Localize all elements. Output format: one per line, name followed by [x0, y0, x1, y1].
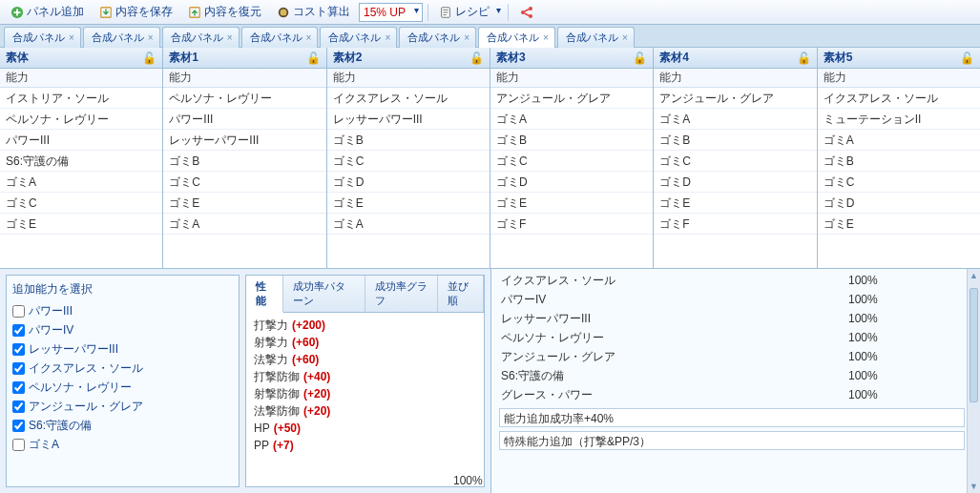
slot-row[interactable]: ゴミB — [490, 130, 653, 151]
slot-row[interactable]: ゴミA — [818, 130, 980, 151]
mini-tab[interactable]: 成功率グラフ — [365, 276, 438, 312]
mini-tab[interactable]: 成功率パターン — [283, 276, 365, 312]
slot-row[interactable]: ゴミA — [654, 109, 816, 130]
tab-synthesis-panel[interactable]: 合成パネル× — [478, 27, 555, 48]
slot-row[interactable]: ゴミE — [490, 193, 653, 214]
slot-row[interactable]: レッサーパワーIII — [163, 130, 325, 151]
slot-row[interactable]: ゴミE — [818, 214, 980, 235]
picker-item[interactable]: イクスアレス・ソール — [10, 359, 235, 378]
slot-row[interactable]: ペルソナ・レヴリー — [0, 109, 162, 130]
slot-row[interactable]: ゴミD — [490, 172, 653, 193]
picker-checkbox[interactable] — [12, 324, 25, 337]
stat-line: PP(+7) — [254, 437, 476, 454]
close-icon[interactable]: × — [227, 32, 233, 43]
slot-row[interactable]: ゴミE — [327, 193, 490, 214]
slot-row[interactable]: ゴミC — [818, 172, 980, 193]
slot-row[interactable]: ゴミB — [654, 130, 816, 151]
picker-checkbox[interactable] — [12, 381, 25, 394]
share-icon — [519, 5, 534, 20]
success-rate-select[interactable]: 15% UP — [359, 3, 423, 22]
picker-checkbox[interactable] — [12, 362, 25, 375]
close-icon[interactable]: × — [464, 32, 469, 43]
close-icon[interactable]: × — [622, 32, 628, 43]
slot-row[interactable]: ゴミD — [818, 193, 980, 214]
slot-row[interactable]: パワーIII — [0, 130, 162, 151]
tab-synthesis-panel[interactable]: 合成パネル× — [4, 27, 81, 48]
picker-checkbox[interactable] — [12, 439, 25, 451]
slot-row[interactable]: パワーIII — [163, 109, 325, 130]
close-icon[interactable]: × — [385, 32, 390, 43]
slot-row[interactable]: レッサーパワーIII — [327, 109, 490, 130]
slot-row[interactable]: イストリア・ソール — [0, 88, 162, 109]
share-button[interactable] — [513, 4, 540, 21]
scrollbar[interactable] — [967, 269, 980, 493]
tab-synthesis-panel[interactable]: 合成パネル× — [557, 27, 635, 48]
slot-row[interactable]: ゴミE — [0, 214, 162, 235]
slot-row[interactable]: ゴミB — [163, 151, 325, 172]
picker-item[interactable]: S6:守護の備 — [10, 416, 235, 435]
lock-icon[interactable]: 🔓 — [633, 51, 647, 65]
slot-row[interactable]: ゴミA — [163, 214, 325, 235]
slot-row[interactable]: ミューテーションII — [818, 109, 980, 130]
save-content-button[interactable]: 内容を保存 — [93, 1, 179, 23]
slot-row[interactable]: ゴミD — [654, 172, 816, 193]
scrollbar-thumb[interactable] — [970, 288, 978, 402]
picker-item[interactable]: パワーIV — [10, 320, 235, 339]
lock-icon[interactable]: 🔓 — [797, 51, 811, 65]
picker-item[interactable]: ペルソナ・レヴリー — [10, 378, 235, 397]
slot-row[interactable]: ペルソナ・レヴリー — [163, 88, 325, 109]
close-icon[interactable]: × — [543, 32, 549, 43]
result-extra-field[interactable]: 特殊能力追加（打撃&PP/3） — [499, 431, 965, 450]
close-icon[interactable]: × — [148, 32, 154, 43]
mini-tab[interactable]: 並び順 — [438, 276, 485, 312]
tab-synthesis-panel[interactable]: 合成パネル× — [83, 27, 160, 48]
lock-icon[interactable]: 🔓 — [469, 51, 484, 65]
slot-row[interactable]: ゴミA — [327, 214, 490, 235]
slot-row[interactable]: ゴミB — [327, 130, 490, 151]
picker-checkbox[interactable] — [12, 401, 25, 413]
tab-synthesis-panel[interactable]: 合成パネル× — [162, 27, 240, 48]
slot-row[interactable]: ゴミD — [327, 172, 490, 193]
picker-checkbox[interactable] — [12, 305, 25, 318]
slot-row[interactable]: ゴミC — [163, 172, 325, 193]
lock-icon[interactable]: 🔓 — [960, 51, 974, 65]
close-icon[interactable]: × — [69, 32, 74, 43]
slot-row[interactable]: ゴミC — [490, 151, 653, 172]
slot-row[interactable]: イクスアレス・ソール — [818, 88, 980, 109]
picker-item[interactable]: ゴミA — [10, 435, 235, 454]
result-extra-field[interactable]: 能力追加成功率+40% — [499, 408, 965, 427]
slot-row[interactable]: ゴミA — [490, 109, 653, 130]
recipe-dropdown[interactable]: レシピ — [433, 2, 503, 22]
slot-row[interactable]: ゴミE — [654, 193, 816, 214]
picker-item[interactable]: アンジュール・グレア — [10, 397, 235, 416]
picker-checkbox[interactable] — [12, 343, 25, 356]
slot-row[interactable]: ゴミC — [0, 193, 162, 214]
slot-row[interactable]: ゴミC — [327, 151, 490, 172]
slot-row[interactable]: ゴミB — [818, 151, 980, 172]
picker-item[interactable]: パワーIII — [10, 301, 235, 320]
stat-value: (+200) — [292, 318, 325, 332]
slot-row[interactable]: ゴミE — [163, 193, 325, 214]
slot-row[interactable]: アンジュール・グレア — [654, 88, 816, 109]
tab-synthesis-panel[interactable]: 合成パネル× — [399, 27, 476, 48]
result-percentage: 100% — [848, 312, 963, 325]
picker-checkbox[interactable] — [12, 420, 25, 432]
slot-row[interactable]: イクスアレス・ソール — [327, 88, 490, 109]
slot-row[interactable]: S6:守護の備 — [0, 151, 162, 172]
slot-row[interactable]: ゴミF — [654, 214, 816, 235]
slot-row[interactable]: ゴミA — [0, 172, 162, 193]
picker-item[interactable]: レッサーパワーIII — [10, 339, 235, 359]
add-panel-button[interactable]: パネル追加 — [4, 1, 91, 23]
lock-icon[interactable]: 🔓 — [306, 51, 321, 65]
lock-icon[interactable]: 🔓 — [142, 51, 156, 65]
cost-calc-button[interactable]: コスト算出 — [270, 1, 357, 23]
slot-row[interactable]: ゴミF — [490, 214, 653, 235]
tab-synthesis-panel[interactable]: 合成パネル× — [241, 27, 319, 48]
mini-tab[interactable]: 性能 — [246, 276, 283, 313]
tab-synthesis-panel[interactable]: 合成パネル× — [320, 27, 397, 48]
close-icon[interactable]: × — [306, 32, 312, 43]
restore-content-button[interactable]: 内容を復元 — [181, 1, 268, 23]
stat-line: 打撃力(+200) — [254, 317, 476, 334]
slot-row[interactable]: アンジュール・グレア — [490, 88, 653, 109]
slot-row[interactable]: ゴミC — [654, 151, 816, 172]
